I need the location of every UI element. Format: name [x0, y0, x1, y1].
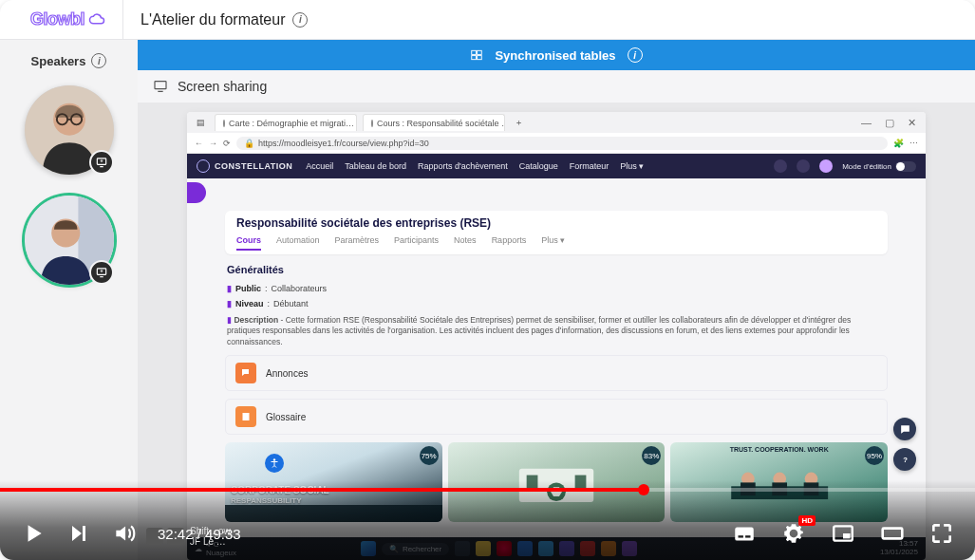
screen-share-badge-icon: [89, 260, 114, 285]
browser-tab[interactable]: Carte : Démographie et migrati… ✕: [215, 114, 357, 131]
app-icon[interactable]: [601, 541, 616, 556]
brand-logo-icon: [197, 159, 210, 173]
back-button[interactable]: ←: [195, 139, 203, 148]
teams-icon[interactable]: [559, 541, 574, 556]
svg-text:?: ?: [903, 456, 908, 464]
nav-item[interactable]: Tableau de bord: [345, 161, 406, 171]
tab-automation[interactable]: Automation: [276, 235, 320, 251]
tab-notes[interactable]: Notes: [454, 235, 477, 251]
acrobat-icon[interactable]: [580, 541, 595, 556]
tab-participants[interactable]: Participants: [394, 235, 439, 251]
course-tile[interactable]: 75% CORPORATE SOCIALRESPANSSUBILITY: [225, 442, 442, 522]
new-tab-button[interactable]: ＋: [511, 117, 527, 129]
svg-rect-15: [243, 413, 250, 420]
toggle-icon: [895, 161, 916, 172]
tab-parametres[interactable]: Paramètres: [335, 235, 380, 251]
progress-badge: 75%: [420, 446, 439, 465]
reload-button[interactable]: ⟳: [223, 139, 231, 148]
svg-rect-18: [527, 476, 538, 491]
chat-fab[interactable]: [893, 418, 916, 440]
course-tile[interactable]: 83%: [448, 442, 666, 522]
address-bar[interactable]: 🔒 https://moodleisye1.fr/course/view.php…: [236, 137, 888, 150]
nav-item[interactable]: Formateur: [570, 161, 609, 171]
info-icon[interactable]: i: [91, 53, 106, 68]
info-icon[interactable]: i: [628, 47, 643, 63]
info-icon[interactable]: i: [292, 12, 308, 28]
browser-tab[interactable]: Cours : Responsabilité sociétale … ✕: [363, 114, 505, 131]
nav-item[interactable]: Plus ▾: [620, 161, 644, 171]
edge-icon[interactable]: [538, 541, 553, 556]
firefox-icon[interactable]: [497, 541, 512, 556]
nav-item[interactable]: Accueil: [306, 161, 333, 171]
svg-rect-14: [155, 82, 166, 89]
course-tiles: 75% CORPORATE SOCIALRESPANSSUBILITY 83%: [225, 442, 888, 522]
course-description: ▮ Description - Cette formation RSE (Res…: [227, 315, 886, 347]
forward-button[interactable]: →: [209, 139, 217, 148]
maximize-button[interactable]: ▢: [885, 117, 894, 129]
address-bar-row: ← → ⟳ 🔒 https://moodleisye1.fr/course/vi…: [187, 133, 926, 154]
speakers-header: Speakers i: [31, 53, 107, 68]
course-tile[interactable]: 95% TRUST. COOPERATION. WORK: [670, 442, 888, 522]
app-icon[interactable]: [622, 541, 637, 556]
browser-tab-row: ▤ Carte : Démographie et migrati… ✕ Cour…: [187, 112, 926, 133]
nav-item[interactable]: Catalogue: [519, 161, 558, 171]
svg-rect-13: [478, 56, 482, 60]
svg-rect-11: [478, 50, 482, 54]
site-header: CONSTELLATION Accueil Tableau de bord Ra…: [187, 154, 926, 178]
edit-mode-toggle[interactable]: Mode d'édition: [842, 161, 916, 172]
favicon-icon: [223, 120, 225, 127]
content-area: Synchronised tables i Screen sharing ▤ C…: [138, 40, 975, 560]
app-logo[interactable]: Glowbl: [0, 0, 123, 39]
minimize-button[interactable]: —: [861, 117, 872, 129]
course-tabs: Cours Automation Paramètres Participants…: [236, 235, 876, 251]
explorer-icon[interactable]: [476, 541, 491, 556]
course-niveau: ▮Niveau:Débutant: [227, 299, 886, 308]
sidebar-toggle-button[interactable]: [187, 182, 206, 203]
room-title: L'Atelier du formateur: [141, 11, 285, 28]
shared-screen: ▤ Carte : Démographie et migrati… ✕ Cour…: [138, 103, 975, 560]
tab-list-icon[interactable]: ▤: [193, 118, 209, 127]
svg-rect-25: [772, 482, 787, 495]
tab-rapports[interactable]: Rapports: [492, 235, 527, 251]
forum-icon: [235, 363, 256, 383]
task-view-icon[interactable]: [455, 541, 470, 556]
lock-icon: 🔒: [244, 139, 254, 148]
svg-rect-10: [472, 50, 477, 54]
svg-point-27: [273, 459, 275, 461]
close-button[interactable]: ✕: [908, 117, 916, 129]
speaker-1[interactable]: [25, 85, 114, 175]
tables-icon: [470, 48, 483, 62]
moodle-site: CONSTELLATION Accueil Tableau de bord Ra…: [187, 154, 926, 537]
user-avatar-icon[interactable]: [819, 159, 833, 173]
taskbar-clock[interactable]: 13:5713/01/2025: [880, 540, 918, 557]
accessibility-button[interactable]: [265, 454, 284, 473]
sync-tables-bar[interactable]: Synchronised tables i: [138, 40, 975, 70]
app-frame: Glowbl L'Atelier du formateur i Speakers…: [0, 0, 975, 560]
speaker-2[interactable]: [25, 196, 114, 285]
tab-plus[interactable]: Plus ▾: [541, 235, 565, 251]
extensions-icon[interactable]: 🧩: [893, 139, 904, 148]
start-button[interactable]: [361, 541, 376, 556]
messages-icon[interactable]: [797, 159, 810, 173]
glossary-icon: [235, 406, 256, 427]
word-icon[interactable]: [517, 541, 533, 556]
section-heading: Généralités: [227, 264, 886, 275]
nav-item[interactable]: Rapports d'achèvement: [418, 161, 508, 171]
resource-annonces[interactable]: Annonces: [225, 355, 888, 391]
menu-icon[interactable]: ⋯: [909, 139, 918, 148]
site-body: Responsabilité sociétale des entreprises…: [187, 203, 926, 537]
taskbar-search[interactable]: 🔍Rechercher: [382, 543, 449, 555]
site-brand[interactable]: CONSTELLATION: [197, 159, 292, 173]
main-body: Speakers i: [0, 40, 975, 560]
help-fab[interactable]: ?: [893, 448, 916, 471]
search-icon: 🔍: [389, 545, 399, 553]
notifications-icon[interactable]: [774, 159, 787, 173]
tab-cours[interactable]: Cours: [236, 235, 261, 251]
logo-cloud-icon: [88, 11, 105, 28]
resource-glossaire[interactable]: Glossaire: [225, 399, 888, 435]
top-bar: Glowbl L'Atelier du formateur i: [0, 0, 975, 40]
svg-rect-19: [575, 476, 587, 491]
svg-rect-24: [741, 482, 756, 495]
taskbar-weather[interactable]: ☁ 4°CNuageux: [195, 540, 236, 557]
windows-taskbar: ☁ 4°CNuageux 🔍Rechercher: [187, 537, 926, 560]
